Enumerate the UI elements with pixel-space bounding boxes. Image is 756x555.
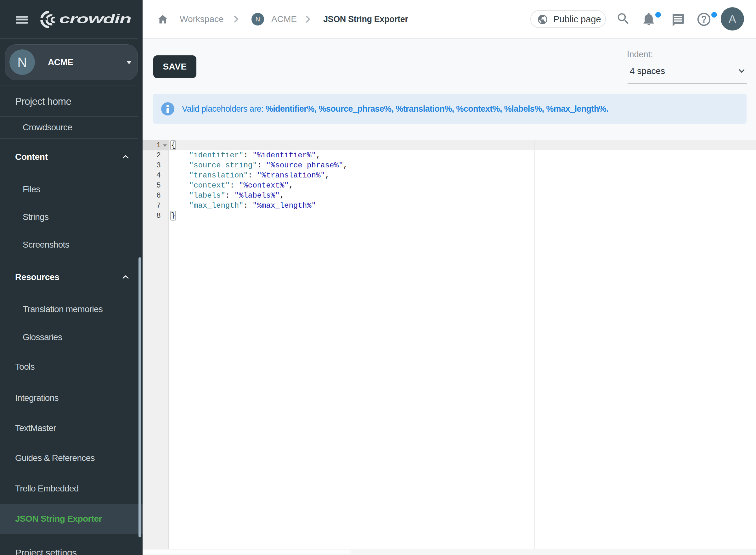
svg-text:crowdin: crowdin — [59, 12, 131, 26]
